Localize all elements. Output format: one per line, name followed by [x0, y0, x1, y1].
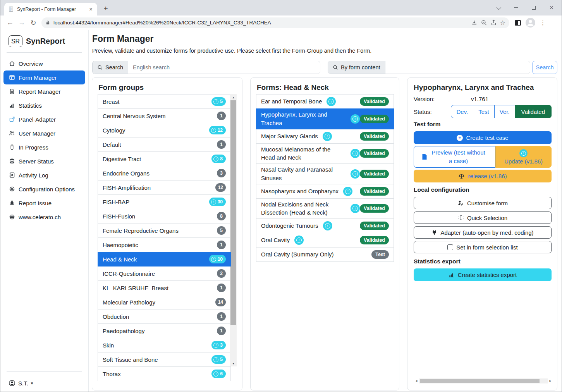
tab-close-icon[interactable]: × — [88, 6, 93, 12]
form-row-oral-cavity-summary-only[interactable]: Oral Cavity (Summary Only)Test — [256, 247, 394, 262]
form-row-hypopharynx-larynx-and-trachea[interactable]: Hypopharynx, Larynx and Trachea↑Validate… — [256, 108, 394, 129]
customise-form-button[interactable]: Customise form — [414, 197, 552, 209]
form-group-row-female-reproductive-organs[interactable]: Female Reproductive Organs5 — [98, 223, 231, 238]
new-tab-button[interactable]: + — [100, 3, 111, 14]
user-menu[interactable]: S.T. ▾ — [0, 376, 88, 387]
form-group-row-fish-amplification[interactable]: FISH-Amplification12 — [98, 180, 231, 195]
release-count-badge: ↑3 — [211, 341, 226, 349]
circle-up-icon: ↑ — [211, 199, 216, 205]
house-icon — [9, 60, 15, 67]
form-group-row-breast[interactable]: Breast↑5 — [98, 94, 231, 109]
create-test-case-button[interactable]: + Create test case — [414, 131, 552, 144]
close-button[interactable]: × — [548, 5, 555, 11]
sidebar-item-configuration-options[interactable]: Configuration Options — [3, 182, 85, 196]
create-stats-export-button[interactable]: Create statistics export — [414, 268, 552, 281]
form-row-ear-and-temporal-bone[interactable]: Ear and Temporal Bone↑Validated — [256, 94, 394, 109]
form-row-odontogenic-tumours[interactable]: Odontogenic Tumours↑Validated — [256, 218, 394, 233]
english-search-input[interactable] — [128, 61, 320, 74]
form-group-row-digestive-tract[interactable]: Digestive Tract↑8 — [98, 151, 231, 166]
adapter-button[interactable]: Adapter (auto-open by med. coding) — [414, 226, 552, 239]
form-group-row-haemopoietic[interactable]: Haemopoietic1 — [98, 237, 231, 252]
scroll-right-icon[interactable]: ► — [548, 379, 553, 383]
set-in-form-list-button[interactable]: Set in form selection list — [414, 241, 552, 253]
sidebar-item-form-manager[interactable]: Form Manager — [3, 70, 85, 84]
update-button[interactable]: ↑ Update (v1.86) — [495, 146, 552, 168]
circle-up-icon: ↑ — [351, 149, 360, 158]
form-group-row-iccr-questionnaire[interactable]: ICCR-Questionnaire2 — [98, 266, 231, 281]
form-group-row-default[interactable]: Default1 — [98, 137, 231, 152]
minimize-button[interactable] — [513, 5, 519, 11]
sidebar-item-in-progress[interactable]: In Progress — [3, 140, 85, 154]
scrollbar-thumb[interactable] — [230, 100, 236, 325]
sidebar-item-panel-adapter[interactable]: Panel-Adapter — [3, 112, 85, 126]
form-row-nasopharynx-and-oropharynx[interactable]: Nasopharynx and Oropharynx↑Validated — [256, 184, 394, 199]
browser-menu-icon[interactable]: ⋮ — [540, 19, 546, 26]
reload-button[interactable]: ↻ — [27, 19, 39, 27]
form-group-row-kl-karlsruhe-breast[interactable]: KL_KARLSRUHE_Breast1 — [98, 280, 231, 295]
form-group-row-molecular-pathology[interactable]: Molecular Pathology14 — [98, 295, 231, 309]
sidebar-item-activity-log[interactable]: Activity Log — [3, 168, 85, 182]
form-group-row-thorax[interactable]: Thorax↑6 — [98, 366, 231, 381]
circle-up-icon: ↑ — [213, 357, 218, 362]
status-option-ver[interactable]: Ver. — [495, 105, 515, 118]
form-row-nasal-cavity-and-paranasal-sinuses[interactable]: Nasal Cavity and Paranasal Sinuses↑Valid… — [256, 163, 394, 184]
sidebar-item-user-manager[interactable]: User Manager — [3, 126, 85, 140]
address-bar[interactable]: localhost:44324/formmanager#Head%20%26%2… — [41, 17, 509, 28]
horizontal-scroll-track[interactable] — [419, 378, 548, 383]
content-search-input[interactable] — [385, 61, 530, 74]
maximize-button[interactable] — [531, 5, 537, 11]
form-row-major-salivary-glands[interactable]: Major Salivary Glands↑Validated — [256, 129, 394, 144]
form-label: Ear and Temporal Bone — [261, 97, 322, 106]
form-group-row-obduction[interactable]: Obduction1 — [98, 309, 231, 324]
form-group-row-endocrine-organs[interactable]: Endocrine Organs3 — [98, 166, 231, 181]
form-group-row-fish-fusion[interactable]: FISH-Fusion8 — [98, 209, 231, 224]
sidebar-item-server-status[interactable]: Server Status — [3, 154, 85, 168]
form-group-row-central-nervous-system[interactable]: Central Nervous System1 — [98, 108, 231, 123]
horizontal-scrollbar[interactable]: ◄ ► — [414, 378, 553, 384]
install-icon[interactable] — [471, 19, 478, 26]
checkbox-icon[interactable] — [447, 244, 453, 250]
sidebar-item-overview[interactable]: Overview — [3, 57, 85, 70]
back-button[interactable]: ← — [4, 19, 16, 27]
content-search-button[interactable]: Search — [532, 61, 557, 74]
zoom-out-icon[interactable] — [481, 19, 487, 26]
form-group-row-skin[interactable]: Skin↑3 — [98, 338, 231, 352]
form-group-row-paedopathology[interactable]: Paedopathology1 — [98, 323, 231, 338]
sidebar-item-statistics[interactable]: Statistics — [3, 98, 85, 112]
preview-button[interactable]: Preview (test without a case) — [414, 146, 495, 168]
form-group-row-head-neck[interactable]: Head & Neck↑10 — [98, 252, 231, 266]
form-row-mucosal-melanomas-of-the-head-and-neck[interactable]: Mucosal Melanomas of the Head and Neck↑V… — [256, 143, 394, 164]
sidebar-item-label: Report Issue — [19, 200, 52, 206]
scroll-left-icon[interactable]: ◄ — [414, 379, 419, 383]
form-row-oral-cavity[interactable]: Oral Cavity↑Validated — [256, 233, 394, 248]
sidebar-item-report-manager[interactable]: Report Manager — [3, 84, 85, 98]
page-title: Form Manager — [92, 34, 153, 44]
sidebar-item-www-celerato-ch[interactable]: www.celerato.ch — [3, 210, 85, 224]
scroll-down-icon[interactable]: ▼ — [230, 360, 237, 366]
share-icon[interactable] — [490, 19, 497, 26]
side-panel-icon[interactable] — [515, 20, 521, 26]
status-option-test[interactable]: Test — [473, 105, 495, 118]
browser-tab[interactable]: SynReport - Form Manager × — [4, 3, 97, 15]
chevron-down-icon[interactable] — [495, 5, 501, 11]
profile-avatar[interactable] — [526, 18, 535, 28]
form-row-nodal-excisions-and-neck-dissection-head-neck[interactable]: Nodal Excisions and Neck Dissection (Hea… — [256, 198, 394, 219]
form-group-row-soft-tissue-and-bone[interactable]: Soft Tissue and Bone↑5 — [98, 352, 231, 367]
form-group-label: Skin — [103, 342, 211, 349]
count-value: 8 — [220, 156, 223, 162]
release-button[interactable]: release (v1.86) — [414, 170, 552, 182]
page-favicon-icon — [8, 6, 14, 12]
scroll-up-icon[interactable]: ▲ — [230, 94, 237, 100]
horizontal-scroll-thumb[interactable] — [420, 379, 540, 383]
status-option-dev[interactable]: Dev. — [451, 105, 473, 118]
bookmark-star-icon[interactable]: ☆ — [500, 19, 505, 26]
status-option-validated[interactable]: Validated — [515, 105, 552, 118]
forward-button[interactable]: → — [16, 19, 27, 27]
file-icon — [422, 154, 427, 160]
count-value: 6 — [220, 371, 223, 377]
sidebar-item-report-issue[interactable]: Report Issue — [3, 196, 85, 210]
form-group-row-fish-bap[interactable]: FISH-BAP↑30 — [98, 194, 231, 209]
quick-selection-button[interactable]: Quick Selection — [414, 211, 552, 224]
form-group-row-cytology[interactable]: Cytology↑12 — [98, 123, 231, 138]
vertical-scrollbar[interactable]: ▲ ▼ — [230, 94, 237, 366]
